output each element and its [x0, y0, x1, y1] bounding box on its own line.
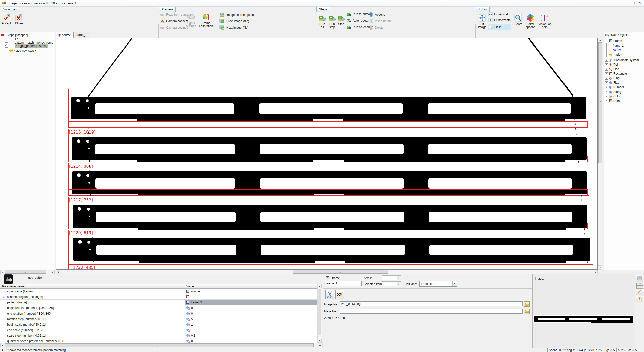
- expand-icon[interactable]: +: [605, 72, 608, 75]
- tab-frame-1[interactable]: frame_1: [73, 32, 89, 38]
- image-source-options-button[interactable]: Image source options: [219, 12, 255, 17]
- scroll-left-icon[interactable]: ◀: [0, 270, 4, 274]
- run-step-button[interactable]: Run step: [328, 15, 337, 29]
- edit-pencil-button[interactable]: [636, 288, 643, 295]
- chevron-down-icon[interactable]: ▼: [452, 281, 457, 286]
- collapse-icon[interactable]: −: [605, 40, 608, 42]
- mask-file-input[interactable]: [340, 309, 523, 314]
- zoom-button[interactable]: Zoom: [514, 14, 523, 26]
- param-row[interactable]: →scanned region (rectangle): [0, 294, 317, 300]
- expand-icon[interactable]: +: [605, 81, 608, 84]
- canvas-vscrollbar[interactable]: ▲ ☰ ▼: [598, 38, 602, 270]
- expand-icon[interactable]: +: [605, 100, 608, 102]
- scroll-down-icon[interactable]: ▼: [318, 339, 322, 343]
- next-image-button[interactable]: Next image (file): [219, 25, 248, 30]
- param-row[interactable]: →pattern (frame) frame_1: [0, 300, 317, 305]
- hscroll-thumb[interactable]: |||: [5, 343, 314, 347]
- minimize-icon[interactable]: –: [625, 1, 630, 5]
- param-row[interactable]: →rotation step (number) [0..90] ~5: [0, 316, 317, 322]
- step-2-checkbox[interactable]: [5, 44, 8, 48]
- frame-calibration-button[interactable]: Frame calibration: [198, 13, 214, 28]
- auto-repeat-button[interactable]: Auto repeat: [347, 19, 368, 22]
- param-row[interactable]: →input frame (frame) source: [0, 289, 317, 294]
- append-button[interactable]: Append: [369, 12, 385, 17]
- hscroll-thumb[interactable]: |||: [5, 270, 46, 274]
- insert-before-button[interactable]: Insert before: [369, 19, 392, 23]
- visionlab-help-button[interactable]: ? VisionLab help: [538, 14, 551, 29]
- expand-icon[interactable]: +: [605, 68, 608, 71]
- param-vscrollbar[interactable]: ▲ ▼: [317, 284, 322, 343]
- camera-connect-button[interactable]: Camera connect: [160, 19, 188, 23]
- browse-mask-button[interactable]: [524, 309, 530, 314]
- close-icon[interactable]: ✕: [637, 1, 642, 5]
- tree-node-line[interactable]: + Line: [604, 67, 644, 71]
- tree-node-number[interactable]: + ~ Number: [604, 85, 644, 90]
- edit-mask-button[interactable]: [335, 290, 344, 299]
- add-new-step[interactable]: <add new step>: [0, 48, 55, 53]
- tab-steps[interactable]: Steps: [316, 7, 330, 12]
- expand-icon[interactable]: +: [605, 86, 608, 89]
- column-divider[interactable]: [185, 284, 185, 342]
- param-row[interactable]: →end scale (number) [0.2..2] ~1: [0, 327, 317, 333]
- scroll-right-icon[interactable]: ▶: [51, 270, 55, 274]
- fit-image-button[interactable]: Fit image: [477, 14, 487, 29]
- expand-icon[interactable]: +: [605, 63, 608, 66]
- scroll-left-icon[interactable]: ◀: [56, 270, 60, 274]
- badge-123[interactable]: 123: [636, 285, 643, 288]
- tree-node-rectangle[interactable]: + Rectangle: [604, 71, 644, 76]
- tree-node-source[interactable]: source: [604, 48, 644, 52]
- prev-image-button[interactable]: Prev. image (file): [219, 19, 249, 23]
- step-item-2[interactable]: 2 : gpu_pattern [159ms]: [0, 43, 55, 48]
- tab-visionlab[interactable]: VisionLab: [1, 7, 19, 12]
- param-hscrollbar[interactable]: ◀ ||| ▶: [0, 343, 323, 347]
- tree-node-add-frame[interactable]: <add>: [604, 52, 644, 57]
- scroll-left-icon[interactable]: ◀: [0, 343, 4, 347]
- hscroll-thumb[interactable]: |||: [293, 270, 388, 274]
- step-item-1[interactable]: 1 : pattern_match_monochrome: [0, 38, 55, 43]
- run-to-cursor-button[interactable]: Run to cursor: [347, 12, 371, 16]
- tab-editor[interactable]: Editor: [476, 7, 490, 12]
- tree-node-flag[interactable]: + ⎆ Flag: [604, 80, 644, 85]
- accept-button[interactable]: Accept: [1, 14, 12, 25]
- scroll-down-icon[interactable]: ▼: [598, 265, 602, 269]
- tree-node-frame[interactable]: − Frame: [604, 39, 644, 43]
- tree-node-frame-1[interactable]: frame_1: [604, 43, 644, 48]
- expand-icon[interactable]: +: [605, 77, 608, 80]
- param-row[interactable]: →end rotation (number) [-360..360] ~0: [0, 311, 317, 316]
- init-kind-dropdown[interactable]: From file ▼: [419, 281, 457, 287]
- maximize-icon[interactable]: □: [631, 1, 636, 5]
- expand-icon[interactable]: +: [605, 95, 608, 98]
- param-row[interactable]: →begin rotation (number) [-360..360] ~0: [0, 305, 317, 311]
- camera-settings-button[interactable]: Camera settings: [160, 26, 188, 29]
- grid-view-button[interactable]: [636, 275, 643, 282]
- badge-123[interactable]: 123: [636, 283, 643, 285]
- scroll-right-icon[interactable]: ▶: [594, 270, 598, 274]
- expand-icon[interactable]: +: [605, 91, 608, 93]
- tab-camera[interactable]: Camera: [159, 7, 176, 12]
- selected-item-spinner[interactable]: 1 ▲▼: [382, 281, 401, 286]
- items-spinner[interactable]: 1 ▲▼: [382, 275, 401, 280]
- tree-node-string[interactable]: + T String: [604, 90, 644, 94]
- vscroll-thumb[interactable]: [318, 289, 321, 335]
- editor-options-button[interactable]: Editor options: [525, 14, 536, 29]
- spinner-buttons[interactable]: ▲▼: [397, 282, 401, 286]
- tree-node-coordinate-system[interactable]: + Coordinate system: [604, 58, 644, 62]
- param-row[interactable]: →begin scale (number) [0.2..2] ~1: [0, 322, 317, 327]
- expand-icon[interactable]: +: [605, 59, 608, 62]
- param-row[interactable]: →scale step (number) [0.01..1] ~0.1: [0, 333, 317, 338]
- scroll-right-icon[interactable]: ▶: [318, 343, 322, 347]
- fit-1-1-button[interactable]: 1:1 Fit 1:1: [488, 24, 511, 30]
- tree-node-color[interactable]: + Color: [604, 94, 644, 99]
- scroll-up-icon[interactable]: ▲: [318, 284, 322, 288]
- tree-node-ring[interactable]: + Ring: [604, 76, 644, 80]
- scroll-up-icon[interactable]: ▲: [598, 38, 602, 42]
- step-1-checkbox[interactable]: [5, 39, 8, 43]
- frame-name-input[interactable]: [325, 281, 362, 286]
- tree-node-data[interactable]: + Data: [604, 99, 644, 103]
- cut-frame-button[interactable]: [325, 290, 334, 299]
- tree-node-point[interactable]: + Point: [604, 62, 644, 67]
- run-all-button[interactable]: Run all: [318, 15, 327, 29]
- stop-button[interactable]: Stop: [337, 15, 345, 26]
- close-step-button[interactable]: Close: [13, 14, 25, 25]
- spinner-buttons[interactable]: ▲▼: [397, 276, 401, 280]
